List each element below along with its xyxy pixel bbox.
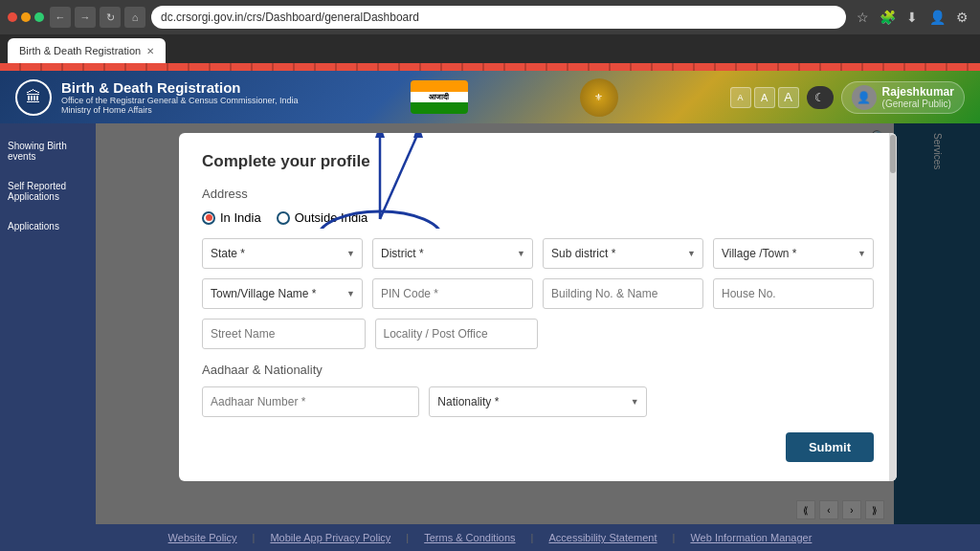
address-section-label: Address — [202, 187, 874, 201]
user-name: Rajeshkumar — [882, 85, 954, 99]
footer-accessibility[interactable]: Accessibility Statement — [548, 532, 657, 543]
footer-web-info-manager[interactable]: Web Information Manager — [690, 532, 812, 543]
aadhaar-row-spacer — [657, 386, 874, 417]
state-field: State * — [202, 238, 363, 269]
locality-field — [375, 319, 539, 349]
modal-footer: Submit — [202, 432, 874, 462]
village-town-field: Village /Town * — [713, 238, 874, 269]
address-bar[interactable]: dc.crsorgi.gov.in/crs/Dashboard/generalD… — [151, 6, 846, 29]
sidebar-item-birth-events[interactable]: Showing Birth events — [0, 131, 96, 171]
home-button[interactable]: ⌂ — [124, 7, 145, 28]
radio-outside-india-label: Outside India — [295, 210, 368, 225]
scroll-thumb — [890, 135, 896, 173]
extensions-button[interactable]: 🧩 — [877, 7, 898, 28]
sub-district-field: Sub district * — [543, 238, 703, 269]
sidebar-item-self-reported[interactable]: Self Reported Applications — [0, 171, 96, 211]
window-controls — [8, 12, 44, 22]
footer-website-policy[interactable]: Website Policy — [168, 532, 237, 543]
building-input[interactable] — [543, 278, 703, 309]
radio-outside-india[interactable]: Outside India — [277, 210, 368, 225]
maximize-window-button[interactable] — [34, 12, 44, 22]
aadhaar-row: Nationality * — [202, 386, 874, 417]
address-row-3 — [202, 319, 874, 349]
site-footer: Website Policy | Mobile App Privacy Poli… — [0, 524, 980, 551]
modal-title: Complete your profile — [202, 152, 874, 171]
address-type-radio-group: In India Outside India — [202, 210, 874, 225]
locality-input[interactable] — [375, 319, 539, 349]
settings-button[interactable]: ⚙ — [951, 7, 972, 28]
bookmark-button[interactable]: ☆ — [852, 7, 873, 28]
org-info: Birth & Death Registration Office of the… — [61, 79, 298, 115]
sidebar-item-applications[interactable]: Applications — [0, 211, 96, 241]
azadi-label: आजादी — [429, 93, 449, 102]
url-text: dc.crsorgi.gov.in/crs/Dashboard/generalD… — [161, 11, 419, 24]
sub-district-select[interactable]: Sub district * — [543, 238, 703, 269]
district-field: District * — [372, 238, 533, 269]
radio-in-india-label: In India — [220, 210, 261, 225]
browser-chrome: ← → ↻ ⌂ dc.crsorgi.gov.in/crs/Dashboard/… — [0, 0, 980, 63]
site-header: 🏛 Birth & Death Registration Office of t… — [0, 71, 980, 123]
header-left: 🏛 Birth & Death Registration Office of t… — [15, 79, 298, 116]
active-tab[interactable]: Birth & Death Registration ✕ — [8, 38, 166, 63]
svg-line-1 — [380, 133, 418, 219]
radio-in-india-circle — [202, 211, 215, 225]
font-small-button[interactable]: A — [730, 87, 751, 108]
scroll-indicator[interactable] — [889, 133, 897, 481]
nationality-select[interactable]: Nationality * — [429, 386, 646, 417]
nav-buttons: ← → ↻ ⌂ — [50, 7, 145, 28]
font-large-button[interactable]: A — [778, 87, 799, 108]
house-no-input[interactable] — [713, 278, 874, 309]
forward-button[interactable]: → — [75, 7, 96, 28]
user-badge: 👤 Rajeshkumar (General Public) — [841, 81, 965, 114]
back-button[interactable]: ← — [50, 7, 71, 28]
user-avatar: 👤 — [852, 85, 877, 110]
footer-sep-4: | — [673, 532, 676, 543]
theme-toggle-button[interactable]: ☾ — [807, 86, 834, 109]
org-subtitle: Office of the Registrar General & Census… — [61, 96, 298, 115]
radio-in-india[interactable]: In India — [202, 210, 261, 225]
radio-outside-india-circle — [277, 211, 290, 225]
org-title: Birth & Death Registration — [61, 79, 298, 96]
town-village-name-select[interactable]: Town/Village Name * — [202, 278, 363, 309]
modal-overlay: STEP-2 Complete your profile Address In … — [96, 123, 980, 524]
aadhaar-section-label: Aadhaar & Nationality — [202, 363, 874, 377]
complete-profile-modal: STEP-2 Complete your profile Address In … — [179, 133, 897, 481]
tab-close-button[interactable]: ✕ — [146, 46, 154, 56]
footer-sep-2: | — [406, 532, 409, 543]
aadhaar-number-input[interactable] — [202, 386, 419, 417]
building-field — [543, 278, 703, 309]
sidebar: Showing Birth events Self Reported Appli… — [0, 123, 96, 524]
footer-terms[interactable]: Terms & Conditions — [424, 532, 515, 543]
user-info: Rajeshkumar (General Public) — [882, 85, 954, 109]
submit-button[interactable]: Submit — [786, 432, 874, 462]
pin-code-input[interactable] — [372, 278, 533, 309]
district-select[interactable]: District * — [372, 238, 533, 269]
profile-button[interactable]: 👤 — [926, 7, 947, 28]
download-button[interactable]: ⬇ — [902, 7, 923, 28]
font-medium-button[interactable]: A — [754, 87, 775, 108]
village-town-select[interactable]: Village /Town * — [713, 238, 874, 269]
header-right: A A A ☾ 👤 Rajeshkumar (General Public) — [730, 81, 965, 114]
svg-marker-2 — [375, 133, 385, 138]
footer-mobile-privacy[interactable]: Mobile App Privacy Policy — [270, 532, 390, 543]
row3-spacer — [547, 319, 874, 349]
alert-bar — [0, 63, 980, 71]
close-window-button[interactable] — [8, 12, 17, 22]
state-select[interactable]: State * — [202, 238, 363, 269]
tab-label: Birth & Death Registration — [19, 45, 141, 56]
content-area: Services ⟪ ‹ › ⟫ 🔍 — [96, 123, 980, 524]
address-row-1: State * District * Sub district * — [202, 238, 874, 269]
town-village-name-field: Town/Village Name * — [202, 278, 363, 309]
nationality-field: Nationality * — [429, 386, 646, 417]
browser-action-buttons: ☆ 🧩 ⬇ 👤 ⚙ — [852, 7, 972, 28]
sidebar-birth-events-label: Showing Birth events — [8, 141, 67, 162]
minimize-window-button[interactable] — [21, 12, 31, 22]
street-name-input[interactable] — [202, 319, 366, 349]
footer-sep-1: | — [253, 532, 256, 543]
org-logo: 🏛 — [15, 79, 52, 116]
refresh-button[interactable]: ↻ — [100, 7, 121, 28]
address-row-2: Town/Village Name * — [202, 278, 874, 309]
footer-sep-3: | — [531, 532, 534, 543]
national-emblem: ⚜ — [580, 78, 618, 117]
aadhaar-section: Aadhaar & Nationality Nationality * — [202, 363, 874, 417]
